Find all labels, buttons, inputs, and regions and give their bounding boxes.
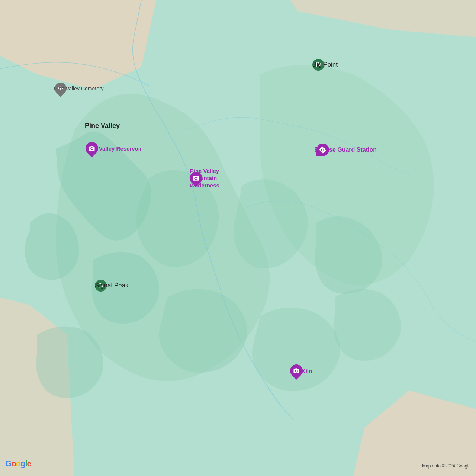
pine-valley-reservoir-marker[interactable]: Pine Valley Reservoir bbox=[86, 142, 98, 155]
map-data-credit: Map data ©2024 Google bbox=[422, 463, 471, 469]
peak-icon-2 bbox=[97, 282, 104, 289]
terrain-svg bbox=[0, 0, 476, 476]
big-point-icon bbox=[312, 59, 324, 71]
peak-icon bbox=[315, 61, 322, 68]
kiln-marker[interactable]: The Kiln bbox=[290, 364, 303, 377]
browse-guard-station-icon bbox=[316, 144, 329, 156]
map-container[interactable]: Pine Valley Cemetery Pine Valley Pine Va… bbox=[0, 0, 476, 476]
signal-peak-marker[interactable]: Signal Peak bbox=[95, 280, 107, 292]
camera-icon-4 bbox=[293, 367, 300, 374]
reservoir-icon bbox=[83, 139, 101, 157]
cemetery-marker[interactable]: Pine Valley Cemetery bbox=[54, 81, 67, 96]
cemetery-pin-icon bbox=[58, 86, 64, 91]
camera-icon bbox=[89, 145, 95, 152]
cemetery-icon bbox=[54, 81, 67, 96]
kiln-icon bbox=[287, 362, 305, 380]
wilderness-icon bbox=[187, 169, 205, 187]
google-logo: Google bbox=[5, 459, 31, 469]
camera-icon-3 bbox=[318, 145, 327, 154]
wilderness-marker[interactable]: Pine ValleyMountain Wilderness bbox=[190, 172, 202, 184]
signal-peak-icon bbox=[95, 280, 107, 292]
big-point-marker[interactable]: Big Point bbox=[312, 59, 324, 71]
camera-icon-2 bbox=[193, 175, 199, 181]
